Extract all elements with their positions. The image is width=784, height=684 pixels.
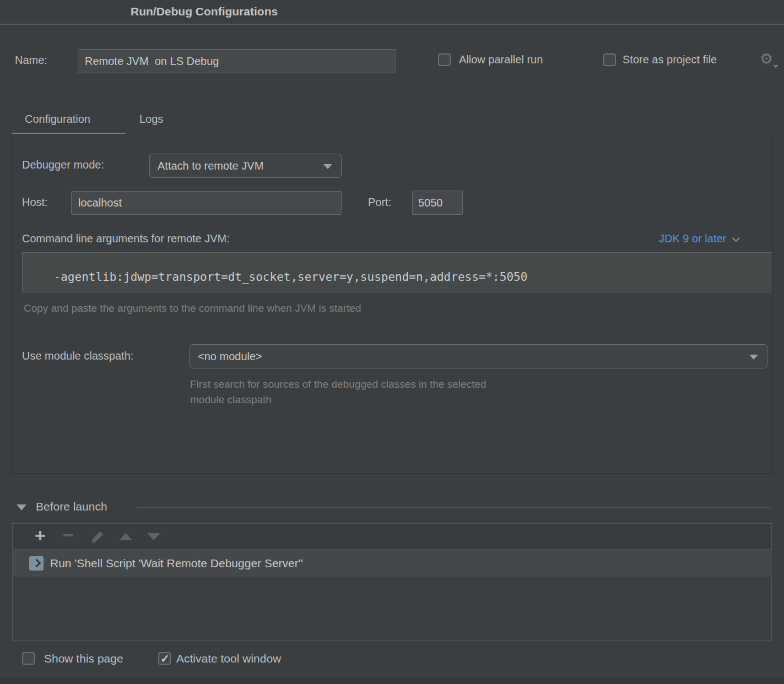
store-as-project-file-checkbox[interactable] (603, 53, 616, 66)
store-as-project-file-label: Store as project file (623, 53, 717, 66)
tab-logs[interactable]: Logs (139, 113, 163, 126)
name-input[interactable]: Remote JVM on LS Debug (78, 49, 396, 73)
before-launch-collapse-icon[interactable] (17, 504, 26, 511)
module-classpath-label: Use module classpath: (22, 350, 133, 362)
dialog-title: Run/Debug Configurations (131, 5, 278, 18)
activate-tool-window-checkbox[interactable] (158, 652, 171, 665)
allow-parallel-run-label: Allow parallel run (459, 53, 543, 66)
jdk-version-selector[interactable]: JDK 9 or later (659, 232, 737, 245)
gear-icon[interactable]: ⚙ (760, 51, 777, 68)
before-launch-toolbar: + − (13, 524, 771, 550)
dialog-bottom-edge (0, 678, 784, 684)
plus-icon: + (35, 526, 46, 545)
before-launch-divider (137, 507, 771, 508)
show-this-page-checkbox[interactable] (22, 652, 35, 665)
debugger-mode-label: Debugger mode: (22, 159, 104, 171)
allow-parallel-run-checkbox[interactable] (438, 53, 451, 66)
command-line-args-textarea[interactable]: -agentlib:jdwp=transport=dt_socket,serve… (22, 252, 771, 292)
module-classpath-hint-line2: module classpath (190, 394, 272, 406)
move-up-button[interactable] (115, 524, 137, 549)
arrow-down-icon (147, 533, 160, 540)
dialog-titlebar: Run/Debug Configurations (0, 0, 784, 25)
host-input[interactable]: localhost (71, 191, 342, 215)
port-label: Port: (368, 196, 391, 209)
chevron-down-icon (749, 355, 758, 360)
edit-button[interactable] (86, 524, 109, 549)
debugger-mode-select[interactable]: Attach to remote JVM (149, 154, 342, 178)
arrow-up-icon (119, 533, 132, 540)
host-label: Host: (22, 196, 48, 209)
run-debug-configurations-dialog: Run/Debug Configurations Name: Remote JV… (0, 0, 784, 684)
run-shell-script-icon (29, 556, 44, 571)
add-button[interactable]: + (29, 524, 51, 549)
show-this-page-label: Show this page (44, 652, 123, 665)
name-label: Name: (15, 54, 47, 67)
before-launch-task-row[interactable]: Run 'Shell Script 'Wait Remote Debugger … (13, 550, 772, 577)
move-down-button[interactable] (143, 524, 165, 549)
minus-icon: − (63, 525, 74, 544)
chevron-down-icon (323, 164, 332, 169)
edit-pencil-icon (91, 530, 105, 544)
name-input-value: Remote JVM on LS Debug (85, 55, 219, 68)
before-launch-title: Before launch (36, 500, 107, 513)
remove-button[interactable]: − (57, 524, 79, 549)
command-line-hint: Copy and paste the arguments to the comm… (24, 302, 361, 314)
activate-tool-window-label: Activate tool window (176, 652, 281, 665)
module-classpath-hint-line1: First search for sources of the debugged… (190, 378, 486, 390)
command-line-label: Command line arguments for remote JVM: (22, 232, 230, 245)
chevron-down-icon (773, 65, 778, 68)
tab-configuration[interactable]: Configuration (25, 113, 90, 126)
module-classpath-select[interactable]: <no module> (190, 344, 767, 368)
before-launch-task-label: Run 'Shell Script 'Wait Remote Debugger … (50, 557, 303, 570)
before-launch-list: + − Run 'Shell Script 'Wait Remote Debug… (12, 523, 772, 640)
port-input[interactable]: 5050 (412, 191, 463, 215)
